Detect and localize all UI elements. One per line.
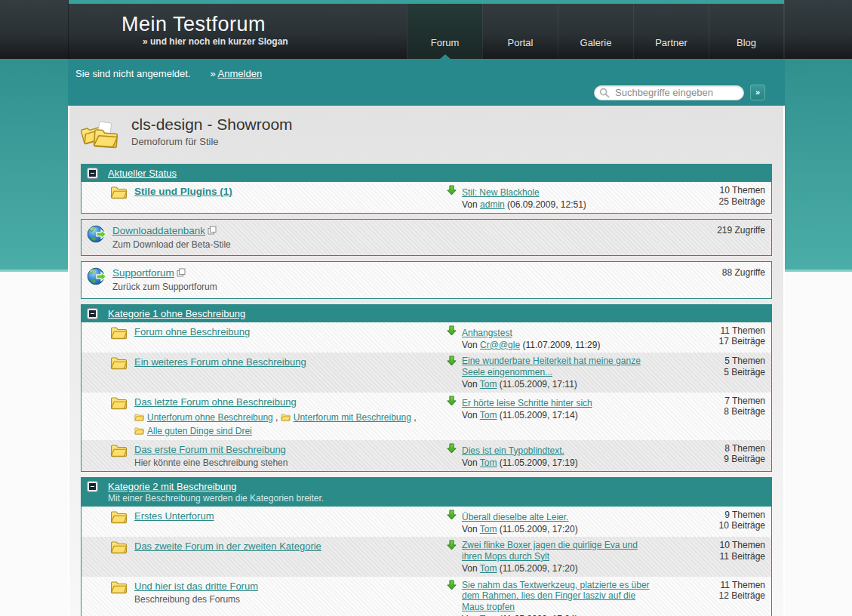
search-submit-button[interactable]: » [750,85,765,100]
last-post-date: (11.07.2009, 11:29) [522,340,600,350]
last-post-link[interactable]: Eine wunderbare Heiterkeit hat meine gan… [462,356,651,377]
minus-icon [89,170,96,177]
folder-icon [110,185,128,199]
tab-forum[interactable]: Forum [407,4,482,59]
stat-themes: 11 Themen [696,580,765,591]
stat-themes: 10 Themen [696,185,765,196]
stat-themes: 11 Themen [696,325,765,337]
forum-stats: 10 Themen 11 Beiträge [696,538,765,562]
stat-posts: 12 Beiträge [696,590,765,602]
forum-description: Hier könnte eine Beschreibung stehen [134,457,441,469]
user-bar: Sie sind nicht angemeldet. » Anmelden » [68,59,785,106]
stat-posts: 5 Beiträge [696,367,765,378]
last-post-link[interactable]: Zwei flinke Boxer jagen die quirlige Eva… [462,540,651,562]
forum-link[interactable]: Das letzte Forum ohne Beschreibung [134,396,297,408]
last-post: Anhangstest Von Cr@@gle (11.07.2009, 11:… [447,324,696,351]
last-post-date: (11.05.2009, 17:20) [500,524,578,534]
page-header: cls-design - Showroom Demoforum für Stil… [81,106,772,159]
last-post-link[interactable]: Er hörte leise Schritte hinter sich [462,398,592,409]
byline-label: Von [462,563,478,574]
forum-row: Forum ohne Beschreibung Anhangstest Von … [82,322,771,353]
folder-icon [110,396,128,410]
last-post-link[interactable]: Sie nahm das Textwerkzeug, platzierte es… [462,580,651,613]
last-post-date: (11.05.2009, 17:11) [500,379,577,390]
forum-link[interactable]: Stile und Plugins (1) [134,186,232,197]
forum-row: Erstes Unterforum Überall dieselbe alte … [82,507,771,537]
last-post-author-link[interactable]: Tom [480,410,497,420]
last-post-arrow-icon [447,540,457,550]
last-post-author-link[interactable]: Tom [480,457,497,468]
mini-folder-icon [134,427,144,435]
stat-posts: 9 Beiträge [696,454,765,465]
link-stats: 88 Zugriffe [722,266,765,278]
site-slogan: » und hier noch ein kurzer Slogan [143,36,288,47]
site-logo[interactable]: Mein Testforum » und hier noch ein kurze… [121,14,288,47]
subforum-link[interactable]: Alle guten Dinge sind Drei [134,426,252,436]
page-title: cls-design - Showroom [131,116,293,133]
last-post-link[interactable]: Anhangstest [462,328,512,339]
globe-link-icon [87,224,107,245]
collapse-button[interactable] [87,168,98,179]
search-input[interactable] [594,85,744,100]
last-post-date: (11.05.2009, 17:14) [500,410,578,420]
tab-blog[interactable]: Blog [709,4,784,59]
last-post-author-link[interactable]: Tom [480,524,497,534]
stat-themes: 8 Themen [696,443,765,454]
forum-link[interactable]: Ein weiteres Forum ohne Beschreibung [134,356,306,368]
link-box: Supportforum Zurück zum Supportforum 88 … [81,261,772,299]
login-link[interactable]: » Anmelden [210,68,262,79]
link-description: Zum Download der Beta-Stile [112,239,717,251]
link-row: Supportforum Zurück zum Supportforum 88 … [82,262,771,298]
link-box: Downloaddatenbank Zum Download der Beta-… [81,219,772,257]
last-post: Sie nahm das Textwerkzeug, platzierte es… [447,578,696,616]
external-forum-link[interactable]: Supportforum [112,267,174,279]
forum-link[interactable]: Forum ohne Beschreibung [134,326,250,337]
last-post-link[interactable]: Dies ist ein Typoblindtext. [462,445,564,457]
last-post-author-link[interactable]: Cr@@gle [480,340,520,350]
collapse-button[interactable] [87,481,98,492]
category-header: Kategorie 2 mit Beschreibung Mit einer B… [82,478,771,507]
tab-portal[interactable]: Portal [482,4,558,59]
subforum-link[interactable]: Unterforum mit Beschreibung [281,412,411,423]
category-box: Kategorie 2 mit Beschreibung Mit einer B… [81,477,772,616]
last-post-date: (06.09.2009, 12:51) [507,199,586,210]
last-post-arrow-icon [447,443,457,454]
subforum-link[interactable]: Unterforum ohne Beschreibung [134,412,273,423]
forum-link[interactable]: Erstes Unterforum [134,510,214,522]
forum-link[interactable]: Und hier ist das dritte Forum [134,581,258,592]
stat-posts: 17 Beiträge [696,336,765,347]
last-post: Zwei flinke Boxer jagen die quirlige Eva… [447,538,696,574]
search-icon [599,88,610,98]
category-title-link[interactable]: Kategorie 1 ohne Beschreibung [108,308,245,319]
last-post-link[interactable]: Stil: New Blackhole [462,187,540,199]
mini-folder-icon [281,413,291,421]
tab-partner[interactable]: Partner [633,4,709,59]
category-box: Aktueller Status Stile und Plugins (1) S… [81,164,772,214]
globe-link-icon [87,266,107,287]
last-post-link[interactable]: Überall dieselbe alte Leier. [462,512,568,523]
tab-galerie[interactable]: Galerie [558,4,633,59]
forum-link[interactable]: Das zweite Forum in der zweiten Kategori… [134,541,321,552]
page-subtitle: Demoforum für Stile [131,136,293,147]
last-post-author-link[interactable]: admin [480,199,505,210]
forum-row: Das erste Forum mit Beschreibung Hier kö… [82,440,771,471]
last-post: Stil: New Blackhole Von admin (06.09.200… [447,183,696,211]
search-bar: » [594,85,765,100]
last-post-arrow-icon [447,580,457,590]
last-post-author-link[interactable]: Tom [480,563,497,574]
forum-rows: Stile und Plugins (1) Stil: New Blackhol… [82,182,771,213]
stat-themes: 10 Themen [696,540,765,551]
content-area: cls-design - Showroom Demoforum für Stil… [68,106,785,616]
forum-stats: 11 Themen 17 Beiträge [696,324,765,347]
folder-icon [110,443,128,457]
last-post-author-link[interactable]: Tom [480,379,497,390]
byline-label: Von [462,457,478,468]
category-title-link[interactable]: Aktueller Status [108,168,177,179]
category-title-link[interactable]: Kategorie 2 mit Beschreibung [108,481,237,492]
stat-posts: 8 Beiträge [696,406,765,417]
minus-icon [89,483,96,490]
stat-themes: 5 Themen [696,356,765,367]
collapse-button[interactable] [87,308,98,319]
forum-link[interactable]: Das erste Forum mit Beschreibung [134,444,286,455]
external-forum-link[interactable]: Downloaddatenbank [112,225,205,236]
